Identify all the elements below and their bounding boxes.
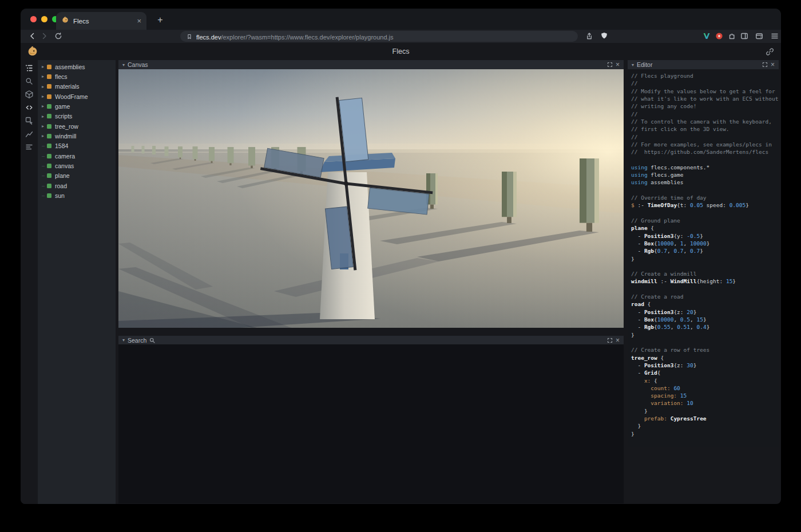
tree-item-camera[interactable]: –camera [38, 151, 116, 161]
fullscreen-icon[interactable] [762, 62, 768, 68]
close-icon[interactable]: × [616, 338, 620, 343]
tree-item-canvas[interactable]: –canvas [38, 161, 116, 170]
entity-icon [47, 184, 51, 188]
tree-item-game[interactable]: ▸game [38, 101, 116, 111]
module-icon [47, 65, 51, 69]
search-icon[interactable] [25, 77, 34, 86]
expand-chevron-icon[interactable]: ▸ [42, 114, 47, 119]
tree-item-scripts[interactable]: ▸scripts [38, 112, 116, 121]
entity-icon [47, 164, 51, 168]
back-icon[interactable] [27, 31, 37, 41]
window-controls [30, 16, 58, 22]
tree-item-materials[interactable]: ▸materials [38, 82, 116, 92]
fullscreen-icon[interactable] [607, 62, 613, 68]
new-tab-button[interactable]: + [154, 14, 166, 26]
cube-icon[interactable] [25, 90, 34, 99]
entity-icon [47, 134, 51, 138]
reload-icon[interactable] [54, 31, 63, 41]
leaf-dash-icon: – [42, 143, 47, 149]
3d-scene [118, 69, 624, 328]
fullscreen-icon[interactable] [607, 338, 613, 343]
canvas-3d-view[interactable] [118, 69, 624, 328]
entity-tree: ▸assemblies▸flecs▸materials▸WoodFrame▸ga… [38, 60, 116, 504]
inspector-icon[interactable] [25, 116, 34, 125]
tree-item-label: camera [55, 153, 75, 160]
v-extension-icon[interactable] [702, 31, 711, 41]
leaf-dash-icon: – [42, 163, 47, 169]
entity-icon [47, 173, 51, 178]
leaf-dash-icon: – [42, 193, 47, 198]
hierarchy-icon[interactable] [25, 63, 34, 73]
shield-icon[interactable] [600, 31, 609, 41]
tree-item-label: windmill [55, 133, 76, 140]
search-panel-header: ▾ Search × [118, 336, 624, 344]
close-icon[interactable]: × [616, 62, 620, 68]
tree-item-label: scripts [55, 113, 72, 120]
tree-item-label: sun [55, 192, 65, 199]
menu-icon[interactable] [770, 31, 779, 41]
tab-strip: Flecs × + [21, 9, 781, 30]
left-icon-bar [21, 60, 38, 504]
tree-item-label: 1584 [55, 142, 68, 149]
expand-chevron-icon[interactable]: ▸ [42, 124, 47, 129]
wallet-icon[interactable] [755, 31, 764, 41]
close-window-button[interactable] [30, 16, 37, 22]
bookmark-icon[interactable] [186, 33, 193, 40]
tree-item-sun[interactable]: –sun [38, 190, 116, 200]
editor-code[interactable]: // Flecs playground//// Modify the value… [628, 69, 779, 447]
close-icon[interactable]: × [771, 62, 775, 68]
collapse-chevron-icon[interactable]: ▾ [632, 62, 634, 68]
minimize-window-button[interactable] [41, 16, 47, 22]
tree-item-label: WoodFrame [55, 93, 88, 100]
module-icon [47, 74, 51, 79]
address-bar[interactable]: flecs.dev/explorer/?wasm=https://www.fle… [180, 31, 578, 42]
entity-icon [47, 154, 51, 158]
entity-icon [47, 193, 51, 198]
search-results-area[interactable] [118, 344, 624, 503]
tree-item-label: canvas [55, 162, 74, 169]
code-icon[interactable] [25, 103, 34, 112]
expand-chevron-icon[interactable]: ▸ [42, 64, 47, 69]
close-tab-icon[interactable]: × [137, 17, 141, 25]
tree-item-flecs[interactable]: ▸flecs [38, 72, 116, 81]
forward-icon[interactable] [40, 31, 49, 41]
tree-item-WoodFrame[interactable]: ▸WoodFrame [38, 92, 116, 101]
search-icon [149, 338, 155, 343]
expand-chevron-icon[interactable]: ▸ [42, 104, 47, 109]
tree-item-label: assemblies [55, 63, 85, 70]
leaf-dash-icon: – [42, 183, 47, 189]
collapse-chevron-icon[interactable]: ▾ [122, 338, 125, 343]
link-icon[interactable] [766, 47, 774, 56]
tree-item-plane[interactable]: –plane [38, 171, 116, 181]
app-header: Flecs [21, 43, 781, 60]
share-icon[interactable] [585, 31, 594, 41]
tree-item-label: plane [55, 172, 70, 179]
expand-chevron-icon[interactable]: ▸ [42, 133, 47, 138]
tree-item-1584[interactable]: –1584 [38, 141, 116, 151]
red-extension-icon[interactable] [715, 31, 724, 41]
entity-icon [47, 124, 51, 129]
leaf-dash-icon: – [42, 173, 47, 178]
chart-icon[interactable] [25, 129, 34, 138]
entity-icon [47, 104, 51, 109]
tree-item-assemblies[interactable]: ▸assemblies [38, 62, 116, 72]
expand-chevron-icon[interactable]: ▸ [42, 94, 47, 99]
stats-icon[interactable] [25, 142, 34, 152]
collapse-chevron-icon[interactable]: ▾ [122, 62, 125, 68]
sidebar-icon[interactable] [740, 31, 749, 41]
leaf-dash-icon: – [42, 153, 47, 159]
search-panel-title: Search [128, 337, 146, 344]
browser-toolbar: flecs.dev/explorer/?wasm=https://www.fle… [21, 30, 781, 43]
browser-tab[interactable]: Flecs × [56, 12, 146, 30]
expand-chevron-icon[interactable]: ▸ [42, 74, 47, 79]
tree-item-road[interactable]: –road [38, 181, 116, 190]
tree-item-windmill[interactable]: ▸windmill [38, 131, 116, 141]
entity-icon [47, 144, 51, 148]
tree-item-label: flecs [55, 73, 68, 80]
expand-chevron-icon[interactable]: ▸ [42, 84, 47, 89]
page-title: Flecs [21, 43, 781, 60]
tree-item-tree_row[interactable]: ▸tree_row [38, 121, 116, 131]
module-icon [47, 94, 51, 99]
url-text: flecs.dev/explorer/?wasm=https://www.fle… [196, 31, 394, 42]
puzzle-icon[interactable] [727, 31, 736, 41]
